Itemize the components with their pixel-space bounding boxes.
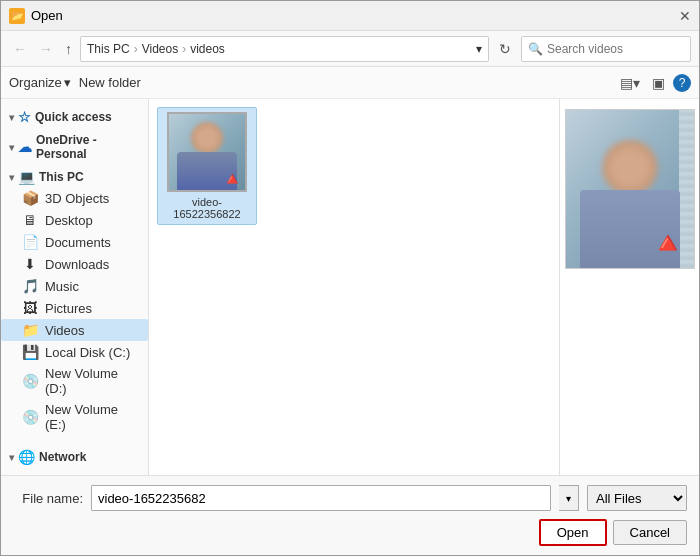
desktop-label: Desktop <box>45 213 93 228</box>
file-area[interactable]: 🔺 video-16522356822 <box>149 99 559 475</box>
breadcrumb-videos: Videos <box>142 42 178 56</box>
file-name-label: video-16522356822 <box>162 196 252 220</box>
forward-button[interactable]: → <box>35 39 57 59</box>
sidebar-item-pictures[interactable]: 🖼 Pictures <box>1 297 148 319</box>
action-buttons: Open Cancel <box>13 519 687 546</box>
breadcrumb-videos-folder: videos <box>190 42 225 56</box>
local-disk-c-icon: 💾 <box>21 344 39 360</box>
search-input[interactable] <box>547 42 684 56</box>
file-name-row: File name: ▾ All Files <box>13 485 687 511</box>
sidebar-item-videos[interactable]: 📁 Videos <box>1 319 148 341</box>
search-box: 🔍 <box>521 36 691 62</box>
this-pc-icon: 💻 <box>18 169 35 185</box>
new-volume-d-icon: 💿 <box>21 373 39 389</box>
downloads-icon: ⬇ <box>21 256 39 272</box>
organize-label: Organize <box>9 75 62 90</box>
preview-pane-button[interactable]: ▣ <box>648 73 669 93</box>
file-name-input[interactable] <box>91 485 551 511</box>
up-button[interactable]: ↑ <box>61 39 76 59</box>
onedrive-label: OneDrive - Personal <box>36 133 140 161</box>
main-content: ▾ ☆ Quick access ▾ ☁ OneDrive - Personal… <box>1 99 699 475</box>
title-bar-left: 📂 Open <box>9 8 63 24</box>
quick-access-chevron: ▾ <box>9 112 14 123</box>
network-label: Network <box>39 450 86 464</box>
sidebar-item-music[interactable]: 🎵 Music <box>1 275 148 297</box>
sidebar: ▾ ☆ Quick access ▾ ☁ OneDrive - Personal… <box>1 99 149 475</box>
new-volume-d-label: New Volume (D:) <box>45 366 140 396</box>
sidebar-item-network[interactable]: ▾ 🌐 Network <box>1 443 148 467</box>
bottom-bar: File name: ▾ All Files Open Cancel <box>1 475 699 555</box>
music-label: Music <box>45 279 79 294</box>
action-bar: Organize ▾ New folder ▤▾ ▣ ? <box>1 67 699 99</box>
desktop-icon: 🖥 <box>21 212 39 228</box>
search-icon: 🔍 <box>528 42 543 56</box>
videos-label: Videos <box>45 323 85 338</box>
sidebar-item-new-volume-e[interactable]: 💿 New Volume (E:) <box>1 399 148 435</box>
organize-chevron: ▾ <box>64 75 71 90</box>
sidebar-item-this-pc[interactable]: ▾ 💻 This PC <box>1 163 148 187</box>
preview-person-face <box>602 140 657 195</box>
documents-label: Documents <box>45 235 111 250</box>
sidebar-item-onedrive[interactable]: ▾ ☁ OneDrive - Personal <box>1 127 148 163</box>
view-controls: ▤▾ ▣ ? <box>616 73 691 93</box>
pictures-icon: 🖼 <box>21 300 39 316</box>
sidebar-item-documents[interactable]: 📄 Documents <box>1 231 148 253</box>
quick-access-icon: ☆ <box>18 109 31 125</box>
preview-image: 🔺 <box>565 109 695 269</box>
help-button[interactable]: ? <box>673 74 691 92</box>
local-disk-c-label: Local Disk (C:) <box>45 345 130 360</box>
videos-icon: 📁 <box>21 322 39 338</box>
vlc-icon: 🔺 <box>221 170 243 188</box>
sidebar-item-3d-objects[interactable]: 📦 3D Objects <box>1 187 148 209</box>
file-name-dropdown-button[interactable]: ▾ <box>559 485 579 511</box>
file-item-video[interactable]: 🔺 video-16522356822 <box>157 107 257 225</box>
person-face <box>191 122 223 154</box>
documents-icon: 📄 <box>21 234 39 250</box>
pictures-label: Pictures <box>45 301 92 316</box>
title-bar: 📂 Open ✕ <box>1 1 699 31</box>
breadcrumb-this-pc: This PC <box>87 42 130 56</box>
organize-button[interactable]: Organize ▾ <box>9 75 71 90</box>
file-name-label-text: File name: <box>13 491 83 506</box>
file-type-select[interactable]: All Files <box>587 485 687 511</box>
new-volume-e-icon: 💿 <box>21 409 39 425</box>
network-chevron: ▾ <box>9 452 14 463</box>
new-folder-button[interactable]: New folder <box>79 75 141 90</box>
music-icon: 🎵 <box>21 278 39 294</box>
cancel-button[interactable]: Cancel <box>613 520 687 545</box>
close-button[interactable]: ✕ <box>679 8 691 24</box>
toolbar: ← → ↑ This PC › Videos › videos ▾ ↻ 🔍 <box>1 31 699 67</box>
new-volume-e-label: New Volume (E:) <box>45 402 140 432</box>
sidebar-item-local-disk-c[interactable]: 💾 Local Disk (C:) <box>1 341 148 363</box>
file-thumbnail: 🔺 <box>167 112 247 192</box>
open-dialog: 📂 Open ✕ ← → ↑ This PC › Videos › videos… <box>0 0 700 556</box>
onedrive-chevron: ▾ <box>9 142 14 153</box>
sidebar-item-desktop[interactable]: 🖥 Desktop <box>1 209 148 231</box>
refresh-button[interactable]: ↻ <box>493 39 517 59</box>
window-icon: 📂 <box>9 8 25 24</box>
preview-area: 🔺 <box>559 99 699 475</box>
onedrive-icon: ☁ <box>18 139 32 155</box>
sidebar-item-downloads[interactable]: ⬇ Downloads <box>1 253 148 275</box>
quick-access-label: Quick access <box>35 110 112 124</box>
preview-vlc-icon: 🔺 <box>649 225 686 260</box>
window-title: Open <box>31 8 63 23</box>
this-pc-chevron: ▾ <box>9 172 14 183</box>
3d-objects-icon: 📦 <box>21 190 39 206</box>
back-button[interactable]: ← <box>9 39 31 59</box>
sidebar-item-new-volume-d[interactable]: 💿 New Volume (D:) <box>1 363 148 399</box>
open-button[interactable]: Open <box>539 519 607 546</box>
network-icon: 🌐 <box>18 449 35 465</box>
sidebar-item-quick-access[interactable]: ▾ ☆ Quick access <box>1 103 148 127</box>
this-pc-label: This PC <box>39 170 84 184</box>
view-toggle-button[interactable]: ▤▾ <box>616 73 644 93</box>
3d-objects-label: 3D Objects <box>45 191 109 206</box>
downloads-label: Downloads <box>45 257 109 272</box>
breadcrumb[interactable]: This PC › Videos › videos ▾ <box>80 36 489 62</box>
